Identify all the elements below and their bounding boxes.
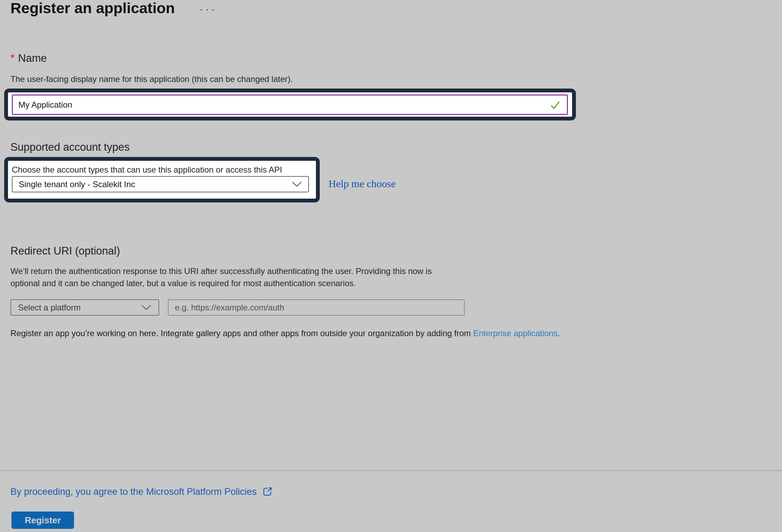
platform-dropdown[interactable]: Select a platform (10, 299, 159, 316)
platform-dropdown-placeholder: Select a platform (18, 303, 81, 313)
account-type-selected-value: Single tenant only - Scalekit Inc (19, 180, 135, 189)
name-description: The user-facing display name for this ap… (10, 73, 293, 85)
footer-divider (0, 470, 782, 471)
enterprise-note-text: Register an app you’re working on here. … (10, 329, 473, 338)
external-link-icon (261, 486, 273, 498)
enterprise-apps-note: Register an app you’re working on here. … (10, 329, 560, 338)
name-label-text: Name (18, 52, 47, 64)
enterprise-applications-link[interactable]: Enterprise applications (473, 329, 557, 338)
enterprise-note-period: . (557, 329, 560, 338)
redirect-description-line1: We’ll return the authentication response… (10, 265, 497, 277)
redirect-uri-input[interactable] (168, 299, 465, 316)
redirect-uri-description: We’ll return the authentication response… (10, 265, 497, 289)
chevron-down-icon (141, 305, 152, 310)
help-me-choose-link[interactable]: Help me choose (328, 178, 396, 190)
redirect-description-line2: optional and it can be changed later, bu… (10, 277, 497, 289)
name-input[interactable] (18, 100, 549, 110)
account-type-dropdown[interactable]: Single tenant only - Scalekit Inc (12, 176, 309, 192)
account-types-question: Choose the account types that can use th… (12, 164, 311, 176)
account-types-heading: Supported account types (10, 141, 130, 153)
platform-policies-link-text: By proceeding, you agree to the Microsof… (10, 487, 256, 497)
name-input-wrapper[interactable] (12, 94, 568, 115)
valid-check-icon (549, 99, 561, 111)
required-asterisk: * (10, 52, 15, 64)
page-title: Register an application (10, 0, 175, 18)
register-button[interactable]: Register (11, 512, 74, 529)
name-field-label: *Name (10, 52, 47, 65)
platform-policies-link[interactable]: By proceeding, you agree to the Microsof… (10, 486, 273, 498)
more-options-icon[interactable]: ··· (199, 0, 217, 18)
chevron-down-icon (292, 181, 302, 187)
redirect-uri-heading: Redirect URI (optional) (10, 245, 120, 257)
